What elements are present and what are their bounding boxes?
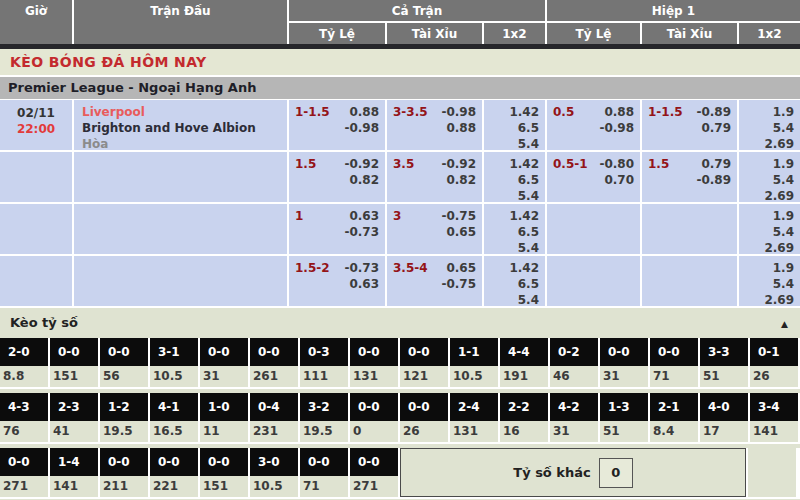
score-bet-cell[interactable]: 1-1 10.5 xyxy=(450,338,498,387)
score-label[interactable]: 0-0 xyxy=(350,393,398,421)
score-bet-cell[interactable]: 0-0 151 xyxy=(200,448,248,497)
odds-cell-h1-1x2[interactable]: 1.9 5.4 2.69 xyxy=(739,256,800,306)
score-label[interactable]: 2-0 xyxy=(0,338,48,366)
other-score-value-box[interactable]: 0 xyxy=(599,458,633,488)
score-label[interactable]: 0-3 xyxy=(300,338,348,366)
score-bet-cell[interactable]: 3-1 10.5 xyxy=(150,338,198,387)
score-label[interactable]: 4-0 xyxy=(700,393,748,421)
score-label[interactable]: 4-2 xyxy=(550,393,598,421)
score-bet-cell[interactable]: 2-1 8.4 xyxy=(650,393,698,442)
score-bet-cell[interactable]: 1-3 51 xyxy=(600,393,648,442)
score-label[interactable]: 4-1 xyxy=(150,393,198,421)
score-bet-cell[interactable]: 0-0 31 xyxy=(200,338,248,387)
score-bet-cell[interactable]: 0-0 131 xyxy=(350,338,398,387)
score-label[interactable]: 0-0 xyxy=(600,338,648,366)
score-bet-cell[interactable]: 0-0 271 xyxy=(0,448,48,497)
score-bet-cell[interactable]: 0-0 26 xyxy=(400,393,448,442)
collapse-arrow-icon[interactable]: ▲ xyxy=(781,309,788,339)
score-bet-cell[interactable]: 2-0 8.8 xyxy=(0,338,48,387)
score-label[interactable]: 1-0 xyxy=(200,393,248,421)
score-bet-cell[interactable]: 0-0 271 xyxy=(350,448,398,497)
odds-cell-h1-overunder[interactable]: 1-1.5 -0.89 0.79 xyxy=(642,100,737,150)
odds-cell-ft-handicap[interactable]: 1-1.5 0.88 -0.98 xyxy=(289,100,385,150)
score-label[interactable]: 1-2 xyxy=(100,393,148,421)
score-label[interactable]: 2-3 xyxy=(50,393,98,421)
odds-cell-h1-overunder[interactable]: 1.5 0.79 -0.89 xyxy=(642,152,737,202)
score-bet-cell[interactable]: 3-4 141 xyxy=(750,393,798,442)
score-label[interactable]: 2-4 xyxy=(450,393,498,421)
score-bet-cell[interactable]: 0-0 56 xyxy=(100,338,148,387)
score-label[interactable]: 2-2 xyxy=(500,393,548,421)
score-label[interactable]: 0-0 xyxy=(400,338,448,366)
score-label[interactable]: 0-0 xyxy=(350,338,398,366)
score-bet-cell[interactable]: 1-4 141 xyxy=(50,448,98,497)
score-bet-cell[interactable]: 0-0 261 xyxy=(250,338,298,387)
score-bet-cell[interactable]: 0-0 31 xyxy=(600,338,648,387)
score-label[interactable]: 0-0 xyxy=(100,338,148,366)
score-bet-cell[interactable]: 0-0 71 xyxy=(650,338,698,387)
home-team[interactable]: Liverpool xyxy=(82,104,287,120)
odds-cell-ft-handicap[interactable]: 1 0.63 -0.73 xyxy=(289,204,385,254)
score-label[interactable]: 2-1 xyxy=(650,393,698,421)
odds-cell-h1-handicap[interactable]: 0.5 0.88 -0.98 xyxy=(547,100,640,150)
score-label[interactable]: 0-0 xyxy=(200,448,248,476)
score-label[interactable]: 1-1 xyxy=(450,338,498,366)
score-label[interactable]: 0-0 xyxy=(400,393,448,421)
odds-cell-ft-handicap[interactable]: 1.5 -0.92 0.82 xyxy=(289,152,385,202)
odds-cell-ft-overunder[interactable]: 3 -0.75 0.65 xyxy=(387,204,482,254)
score-label[interactable]: 1-3 xyxy=(600,393,648,421)
score-label[interactable]: 3-4 xyxy=(750,393,798,421)
score-bet-cell[interactable]: 2-2 16 xyxy=(500,393,548,442)
score-label[interactable]: 3-0 xyxy=(250,448,298,476)
odds-cell-ft-overunder[interactable]: 3-3.5 -0.98 0.88 xyxy=(387,100,482,150)
away-team[interactable]: Brighton and Hove Albion xyxy=(82,120,287,136)
score-bet-cell[interactable]: 1-0 11 xyxy=(200,393,248,442)
score-bet-cell[interactable]: 3-0 10.5 xyxy=(250,448,298,497)
score-bet-cell[interactable]: 0-0 71 xyxy=(300,448,348,497)
score-label[interactable]: 0-0 xyxy=(0,448,48,476)
score-label[interactable]: 0-4 xyxy=(250,393,298,421)
odds-cell-ft-overunder[interactable]: 3.5 -0.92 0.82 xyxy=(387,152,482,202)
score-bet-cell[interactable]: 1-2 19.5 xyxy=(100,393,148,442)
score-bet-cell[interactable]: 4-4 191 xyxy=(500,338,548,387)
score-label[interactable]: 0-0 xyxy=(250,338,298,366)
score-label[interactable]: 0-1 xyxy=(750,338,798,366)
score-bet-cell[interactable]: 4-1 16.5 xyxy=(150,393,198,442)
score-bet-cell[interactable]: 0-2 46 xyxy=(550,338,598,387)
score-bet-cell[interactable]: 0-0 221 xyxy=(150,448,198,497)
odds-cell-ft-1x2[interactable]: 1.42 6.5 5.4 xyxy=(484,100,545,150)
score-bet-cell[interactable]: 4-0 17 xyxy=(700,393,748,442)
score-bet-cell[interactable]: 3-2 19.5 xyxy=(300,393,348,442)
score-label[interactable]: 3-2 xyxy=(300,393,348,421)
score-label[interactable]: 0-0 xyxy=(650,338,698,366)
score-bet-cell[interactable]: 0-0 151 xyxy=(50,338,98,387)
score-bet-cell[interactable]: 3-3 51 xyxy=(700,338,748,387)
odds-cell-ft-overunder[interactable]: 3.5-4 0.65 -0.75 xyxy=(387,256,482,306)
score-label[interactable]: 3-3 xyxy=(700,338,748,366)
score-bet-cell[interactable]: 0-1 26 xyxy=(750,338,798,387)
score-bet-cell[interactable]: 2-3 41 xyxy=(50,393,98,442)
score-label[interactable]: 0-2 xyxy=(550,338,598,366)
odds-cell-h1-1x2[interactable]: 1.9 5.4 2.69 xyxy=(739,204,800,254)
odds-cell-h1-1x2[interactable]: 1.9 5.4 2.69 xyxy=(739,100,800,150)
score-label[interactable]: 3-1 xyxy=(150,338,198,366)
score-bet-cell[interactable]: 4-2 31 xyxy=(550,393,598,442)
score-bet-cell[interactable]: 2-4 131 xyxy=(450,393,498,442)
score-label[interactable]: 0-0 xyxy=(300,448,348,476)
score-label[interactable]: 4-3 xyxy=(0,393,48,421)
score-label[interactable]: 0-0 xyxy=(100,448,148,476)
score-bet-cell[interactable]: 0-0 121 xyxy=(400,338,448,387)
odds-cell-ft-handicap[interactable]: 1.5-2 -0.73 0.63 xyxy=(289,256,385,306)
score-bet-cell[interactable]: 0-3 111 xyxy=(300,338,348,387)
score-bet-cell[interactable]: 0-4 231 xyxy=(250,393,298,442)
odds-cell-h1-1x2[interactable]: 1.9 5.4 2.69 xyxy=(739,152,800,202)
odds-cell-ft-1x2[interactable]: 1.42 6.5 5.4 xyxy=(484,204,545,254)
odds-cell-ft-1x2[interactable]: 1.42 6.5 5.4 xyxy=(484,152,545,202)
score-label[interactable]: 0-0 xyxy=(200,338,248,366)
score-label[interactable]: 0-0 xyxy=(50,338,98,366)
score-label[interactable]: 4-4 xyxy=(500,338,548,366)
score-label[interactable]: 1-4 xyxy=(50,448,98,476)
score-bet-cell[interactable]: 0-0 0 xyxy=(350,393,398,442)
score-bet-cell[interactable]: 4-3 76 xyxy=(0,393,48,442)
odds-cell-h1-handicap[interactable]: 0.5-1 -0.80 0.70 xyxy=(547,152,640,202)
